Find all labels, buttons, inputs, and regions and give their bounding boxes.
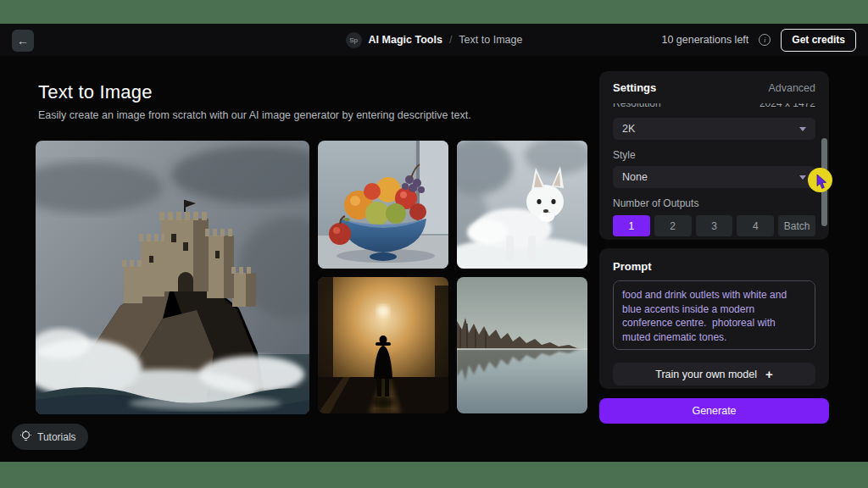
resolution-select[interactable]: 2K	[613, 118, 815, 140]
plus-icon: +	[765, 367, 773, 381]
tutorials-label: Tutorials	[37, 431, 76, 443]
train-model-button[interactable]: Train your own model +	[613, 363, 815, 385]
page-title: Text to Image	[38, 81, 153, 103]
info-icon[interactable]: i	[759, 34, 771, 46]
outputs-option-3[interactable]: 3	[696, 215, 733, 236]
chevron-down-icon	[799, 175, 806, 180]
outputs-label: Number of Outputs	[613, 197, 815, 209]
resolution-selected-value: 2K	[622, 123, 635, 135]
top-bar: ← Sp AI Magic Tools / Text to Image 10 g…	[0, 24, 868, 56]
example-image-arctic-fox[interactable]	[457, 141, 587, 269]
outputs-option-1[interactable]: 1	[613, 215, 650, 236]
outputs-button-group: 1 2 3 4 Batch	[613, 215, 815, 236]
tutorials-button[interactable]: Tutorials	[12, 424, 88, 450]
outputs-option-4[interactable]: 4	[737, 215, 774, 236]
arctic-fox-illustration	[457, 141, 587, 269]
example-image-castle[interactable]	[36, 141, 309, 414]
example-image-fruit-bowl[interactable]	[318, 141, 448, 269]
prompt-input[interactable]: food and drink outlets with white and bl…	[613, 280, 815, 350]
fruit-bowl-illustration	[318, 141, 448, 269]
example-image-silhouette-street[interactable]	[318, 277, 448, 413]
style-selected-value: None	[622, 171, 648, 183]
resolution-value: 2024 x 1472	[760, 103, 815, 109]
resolution-label: Resolution	[613, 103, 661, 109]
outputs-option-2[interactable]: 2	[654, 215, 692, 236]
generate-button[interactable]: Generate	[599, 398, 829, 424]
settings-header: Settings Advanced	[613, 81, 815, 94]
app-window: ← Sp AI Magic Tools / Text to Image 10 g…	[0, 0, 868, 488]
castle-illustration	[36, 141, 309, 414]
example-image-lake-reflection[interactable]	[457, 277, 587, 413]
page-subtitle: Easily create an image from scratch with…	[38, 109, 471, 121]
get-credits-button[interactable]: Get credits	[781, 29, 856, 52]
topbar-right-group: 10 generations left i Get credits	[661, 24, 856, 56]
advanced-link[interactable]: Advanced	[768, 82, 815, 94]
settings-panel: Settings Advanced Resolution 2024 x 1472…	[599, 71, 829, 240]
breadcrumb-current: Text to Image	[459, 34, 522, 46]
resolution-row-clipped: Resolution 2024 x 1472	[613, 103, 815, 112]
breadcrumb-separator: /	[449, 34, 452, 46]
outputs-option-batch[interactable]: Batch	[778, 215, 815, 236]
lake-reflection-illustration	[457, 277, 587, 413]
breadcrumb-root[interactable]: AI Magic Tools	[369, 34, 442, 46]
prompt-title: Prompt	[613, 260, 815, 273]
lightbulb-icon	[20, 430, 31, 443]
letterbox-top	[0, 0, 868, 24]
mouse-cursor-icon	[816, 175, 828, 190]
style-select[interactable]: None	[613, 166, 815, 188]
settings-title: Settings	[613, 81, 656, 94]
style-label: Style	[613, 149, 815, 161]
silhouette-street-illustration	[318, 277, 448, 413]
breadcrumb-badge-icon: Sp	[346, 32, 362, 48]
train-model-label: Train your own model	[655, 369, 757, 380]
letterbox-bottom	[0, 462, 868, 488]
chevron-down-icon	[799, 127, 806, 131]
prompt-panel: Prompt food and drink outlets with white…	[599, 248, 829, 389]
generations-left-status: 10 generations left	[661, 34, 748, 46]
